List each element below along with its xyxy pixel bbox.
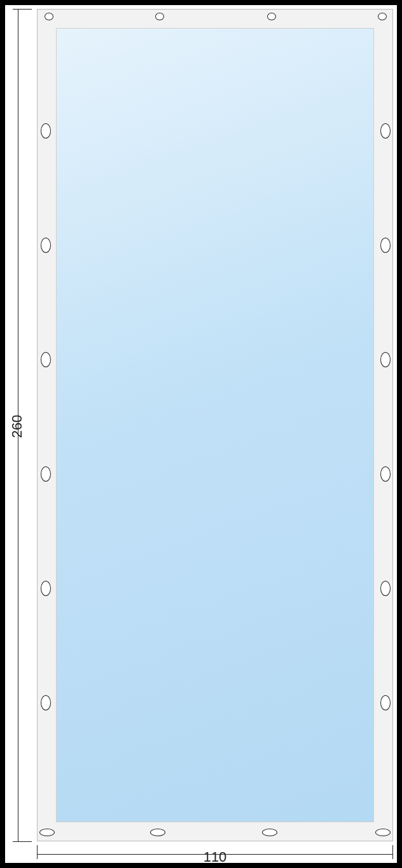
eyelet-icon	[380, 238, 391, 253]
eyelet-icon	[155, 13, 164, 20]
eyelet-icon	[41, 238, 51, 253]
glass-pane	[56, 28, 374, 822]
eyelet-icon	[262, 829, 277, 836]
eyelet-icon	[45, 13, 53, 20]
dimension-tick	[13, 841, 32, 842]
eyelet-icon	[378, 13, 387, 20]
eyelet-icon	[39, 829, 55, 836]
eyelet-icon	[380, 352, 391, 367]
eyelet-icon	[41, 466, 51, 482]
dimension-tick	[37, 845, 38, 859]
diagram-frame: 260 110	[5, 5, 397, 863]
dimension-tick	[392, 845, 393, 859]
eyelet-icon	[380, 466, 391, 482]
eyelet-icon	[150, 829, 165, 836]
height-dimension-label: 260	[9, 410, 25, 442]
eyelet-icon	[380, 123, 391, 139]
eyelet-icon	[380, 581, 391, 596]
eyelet-icon	[41, 695, 51, 710]
dimension-tick	[13, 9, 32, 10]
eyelet-icon	[375, 829, 391, 836]
eyelet-icon	[267, 13, 276, 20]
width-dimension-label: 110	[196, 849, 234, 865]
eyelet-icon	[41, 352, 51, 367]
eyelet-icon	[41, 581, 51, 596]
eyelet-icon	[41, 123, 51, 139]
eyelet-icon	[380, 695, 391, 710]
